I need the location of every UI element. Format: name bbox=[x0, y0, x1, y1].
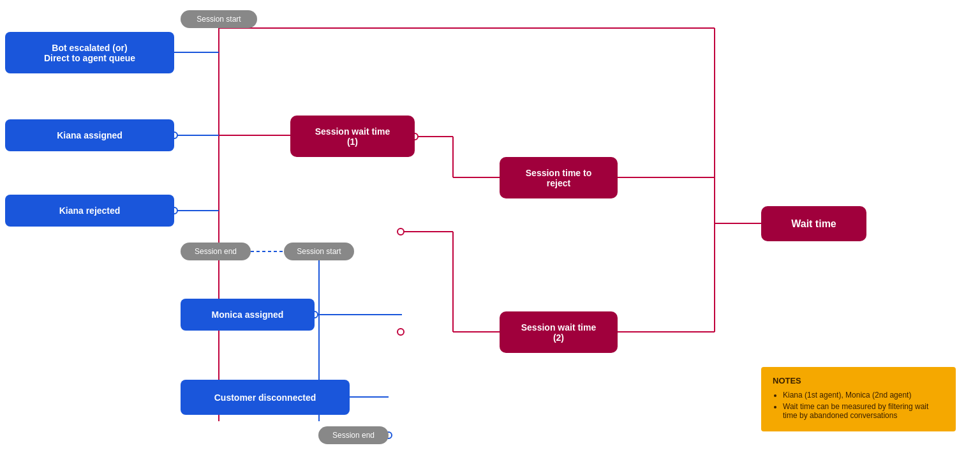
session-wait-time-2-node: Session wait time (2) bbox=[500, 311, 618, 353]
kiana-rejected-node: Kiana rejected bbox=[5, 195, 174, 227]
customer-disconnected-node: Customer disconnected bbox=[181, 380, 350, 415]
session-end-2-pill: Session end bbox=[318, 426, 389, 444]
session-start-2-pill: Session start bbox=[284, 243, 354, 260]
svg-point-31 bbox=[397, 329, 404, 335]
session-start-1-pill: Session start bbox=[181, 10, 257, 28]
kiana-assigned-node: Kiana assigned bbox=[5, 119, 174, 151]
notes-box: NOTES Kiana (1st agent), Monica (2nd age… bbox=[761, 367, 956, 431]
notes-list: Kiana (1st agent), Monica (2nd agent) Wa… bbox=[783, 391, 944, 420]
session-wait-time-1-node: Session wait time (1) bbox=[290, 116, 415, 157]
svg-point-18 bbox=[397, 228, 404, 235]
notes-title: NOTES bbox=[773, 376, 944, 385]
notes-item-1: Kiana (1st agent), Monica (2nd agent) bbox=[783, 391, 944, 400]
diagram-container: Session start Bot escalated (or) Direct … bbox=[0, 0, 980, 471]
session-end-1-pill: Session end bbox=[181, 243, 251, 260]
monica-assigned-node: Monica assigned bbox=[181, 299, 315, 331]
notes-item-2: Wait time can be measured by filtering w… bbox=[783, 402, 944, 420]
wait-time-node: Wait time bbox=[761, 206, 866, 241]
bot-escalated-node: Bot escalated (or) Direct to agent queue bbox=[5, 32, 174, 73]
session-time-to-reject-node: Session time to reject bbox=[500, 157, 618, 198]
